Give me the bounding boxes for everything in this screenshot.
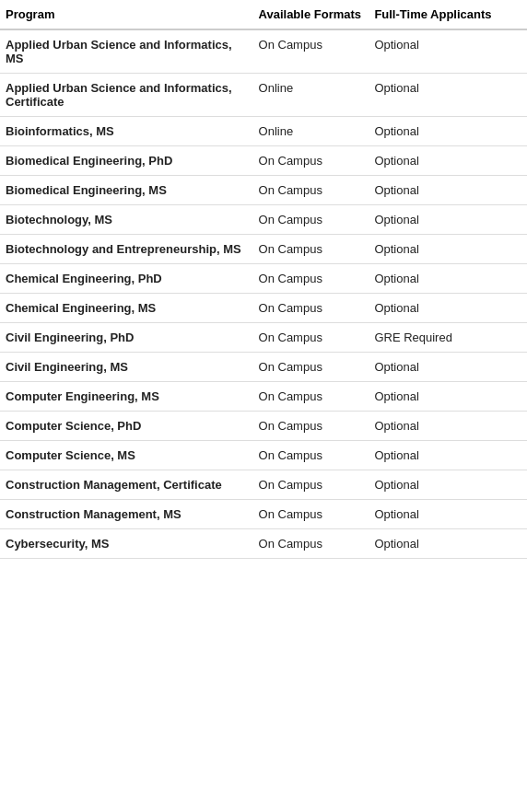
format-cell: On Campus bbox=[253, 176, 369, 205]
program-cell: Computer Engineering, MS bbox=[0, 382, 253, 412]
format-cell: On Campus bbox=[253, 264, 369, 294]
program-cell: Chemical Engineering, MS bbox=[0, 294, 253, 323]
program-cell: Civil Engineering, PhD bbox=[0, 323, 253, 353]
format-cell: Online bbox=[253, 74, 369, 117]
applicants-cell: Optional bbox=[369, 529, 527, 559]
applicants-cell: Optional bbox=[369, 412, 527, 441]
applicants-cell: Optional bbox=[369, 176, 527, 205]
applicants-cell: Optional bbox=[369, 353, 527, 382]
table-row: Biomedical Engineering, PhDOn CampusOpti… bbox=[0, 146, 527, 176]
programs-table: Program Available Formats Full-Time Appl… bbox=[0, 0, 527, 559]
format-cell: On Campus bbox=[253, 412, 369, 441]
header-program: Program bbox=[0, 0, 253, 29]
applicants-cell: Optional bbox=[369, 470, 527, 500]
program-cell: Applied Urban Science and Informatics, C… bbox=[0, 74, 253, 117]
applicants-cell: Optional bbox=[369, 146, 527, 176]
table-row: Biomedical Engineering, MSOn CampusOptio… bbox=[0, 176, 527, 205]
header-applicants: Full-Time Applicants bbox=[369, 0, 527, 29]
applicants-cell: Optional bbox=[369, 117, 527, 146]
applicants-cell: Optional bbox=[369, 294, 527, 323]
table-row: Biotechnology, MSOn CampusOptional bbox=[0, 205, 527, 235]
program-cell: Applied Urban Science and Informatics, M… bbox=[0, 29, 253, 74]
format-cell: On Campus bbox=[253, 235, 369, 264]
program-cell: Biomedical Engineering, MS bbox=[0, 176, 253, 205]
program-cell: Construction Management, Certificate bbox=[0, 470, 253, 500]
applicants-cell: Optional bbox=[369, 441, 527, 470]
applicants-cell: Optional bbox=[369, 74, 527, 117]
table-row: Civil Engineering, PhDOn CampusGRE Requi… bbox=[0, 323, 527, 353]
program-cell: Chemical Engineering, PhD bbox=[0, 264, 253, 294]
applicants-cell: Optional bbox=[369, 500, 527, 529]
format-cell: On Campus bbox=[253, 29, 369, 74]
format-cell: On Campus bbox=[253, 294, 369, 323]
table-row: Bioinformatics, MSOnlineOptional bbox=[0, 117, 527, 146]
applicants-cell: Optional bbox=[369, 29, 527, 74]
table-row: Biotechnology and Entrepreneurship, MSOn… bbox=[0, 235, 527, 264]
format-cell: On Campus bbox=[253, 500, 369, 529]
program-cell: Computer Science, MS bbox=[0, 441, 253, 470]
program-cell: Biomedical Engineering, PhD bbox=[0, 146, 253, 176]
applicants-cell: Optional bbox=[369, 205, 527, 235]
header-formats: Available Formats bbox=[253, 0, 369, 29]
applicants-cell: Optional bbox=[369, 382, 527, 412]
format-cell: Online bbox=[253, 117, 369, 146]
program-cell: Cybersecurity, MS bbox=[0, 529, 253, 559]
table-row: Chemical Engineering, MSOn CampusOptiona… bbox=[0, 294, 527, 323]
format-cell: On Campus bbox=[253, 146, 369, 176]
format-cell: On Campus bbox=[253, 441, 369, 470]
applicants-cell: GRE Required bbox=[369, 323, 527, 353]
format-cell: On Campus bbox=[253, 470, 369, 500]
table-row: Computer Science, PhDOn CampusOptional bbox=[0, 412, 527, 441]
table-row: Applied Urban Science and Informatics, C… bbox=[0, 74, 527, 117]
table-row: Construction Management, MSOn CampusOpti… bbox=[0, 500, 527, 529]
table-row: Chemical Engineering, PhDOn CampusOption… bbox=[0, 264, 527, 294]
format-cell: On Campus bbox=[253, 353, 369, 382]
program-cell: Biotechnology and Entrepreneurship, MS bbox=[0, 235, 253, 264]
table-row: Civil Engineering, MSOn CampusOptional bbox=[0, 353, 527, 382]
program-cell: Construction Management, MS bbox=[0, 500, 253, 529]
format-cell: On Campus bbox=[253, 323, 369, 353]
program-cell: Bioinformatics, MS bbox=[0, 117, 253, 146]
applicants-cell: Optional bbox=[369, 264, 527, 294]
table-row: Construction Management, CertificateOn C… bbox=[0, 470, 527, 500]
format-cell: On Campus bbox=[253, 529, 369, 559]
applicants-cell: Optional bbox=[369, 235, 527, 264]
table-row: Applied Urban Science and Informatics, M… bbox=[0, 29, 527, 74]
program-cell: Civil Engineering, MS bbox=[0, 353, 253, 382]
program-cell: Computer Science, PhD bbox=[0, 412, 253, 441]
format-cell: On Campus bbox=[253, 382, 369, 412]
program-cell: Biotechnology, MS bbox=[0, 205, 253, 235]
format-cell: On Campus bbox=[253, 205, 369, 235]
table-row: Computer Science, MSOn CampusOptional bbox=[0, 441, 527, 470]
table-row: Cybersecurity, MSOn CampusOptional bbox=[0, 529, 527, 559]
table-row: Computer Engineering, MSOn CampusOptiona… bbox=[0, 382, 527, 412]
